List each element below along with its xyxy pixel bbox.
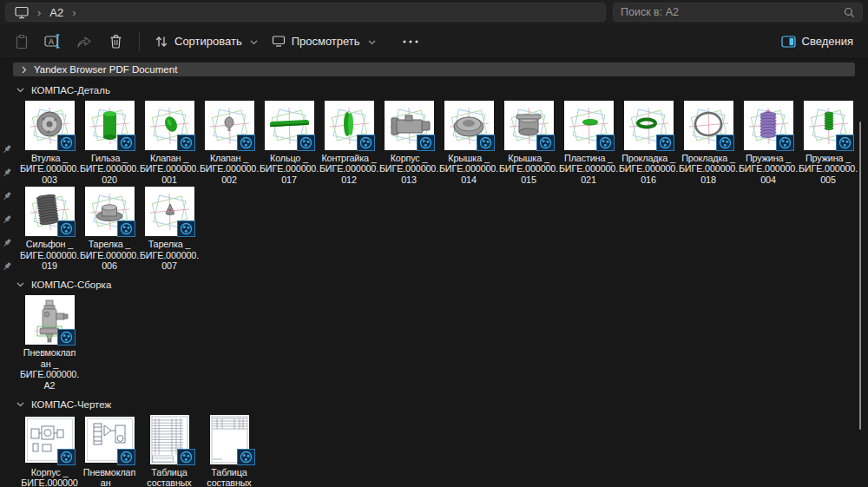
main-area: Yandex Browser PDF DocumentКОМПАС-Деталь…	[0, 59, 868, 487]
file-item-label: Гильза _ БИГЕ.000000. 020	[79, 153, 140, 185]
file-item[interactable]: Таблица составных частей 2	[204, 415, 254, 487]
file-thumbnail	[25, 295, 75, 345]
chevron-down-icon	[250, 35, 258, 48]
group-header-kompas-detal[interactable]: КОМПАС-Деталь	[16, 84, 859, 96]
kompas-app-badge-icon	[57, 449, 76, 465]
search-input[interactable]	[621, 6, 844, 18]
view-button[interactable]: Просмотреть	[266, 29, 382, 55]
file-item-label: Клапан _ БИГЕ.000000. 002	[199, 153, 260, 185]
file-thumbnail	[25, 187, 75, 236]
pinned-item-icon[interactable]	[2, 166, 12, 176]
group-label: КОМПАС-Чертеж	[31, 399, 111, 410]
file-thumbnail	[85, 101, 135, 150]
kompas-app-badge-icon	[237, 135, 255, 151]
file-item[interactable]: Втулка _ БИГЕ.000000. 003	[24, 101, 75, 185]
file-item[interactable]: Тарелка _ БИГЕ.000000. 006	[84, 187, 135, 271]
kompas-app-badge-icon	[177, 220, 195, 237]
chevron-down-icon	[16, 88, 24, 93]
file-item-label: Пластина _ БИГЕ.000000. 021	[558, 153, 619, 185]
file-thumbnail	[504, 101, 554, 150]
file-item[interactable]: Пневмоклап ан _ БИГЕ.000000	[84, 415, 135, 487]
details-pane-icon	[781, 36, 796, 48]
more-options-button[interactable]	[396, 29, 425, 55]
file-item[interactable]: Тарелка _ БИГЕ.000000. 007	[144, 187, 194, 271]
file-item[interactable]: Контргайка _ БИГЕ.000000. 012	[324, 101, 374, 185]
file-item[interactable]: Крышка _ БИГЕ.000000. 014	[444, 101, 494, 185]
kompas-app-badge-icon	[237, 449, 255, 465]
address-bar[interactable]: › A2 ›	[5, 3, 606, 22]
file-item-label: Тарелка _ БИГЕ.000000. 006	[79, 239, 140, 271]
group-header-kompas-sborka[interactable]: КОМПАС-Сборка	[16, 279, 859, 291]
file-item[interactable]: Пружина _ БИГЕ.000000. 004	[743, 101, 793, 185]
breadcrumb-chevron-icon[interactable]: ›	[72, 6, 76, 19]
file-item-label: Таблица составных частей 1	[139, 467, 200, 487]
file-item[interactable]: Корпус _ БИГЕ.000000. 013	[384, 101, 434, 185]
pinned-item-icon[interactable]	[2, 213, 12, 223]
file-item[interactable]: Пневмоклап ан _ БИГЕ.000000. А2	[24, 295, 75, 391]
file-item-label: Прокладка _ БИГЕ.000000. 018	[678, 153, 739, 185]
pinned-item-icon[interactable]	[2, 260, 12, 270]
file-item[interactable]: Крышка _ БИГЕ.000000. 015	[503, 101, 554, 185]
paste-button[interactable]	[7, 29, 36, 55]
file-item[interactable]: Корпус _ БИГЕ.000000	[24, 415, 75, 487]
file-item[interactable]: Пластина _ БИГЕ.000000. 021	[563, 101, 614, 185]
file-item-label: Крышка _ БИГЕ.000000. 014	[438, 153, 499, 185]
kompas-app-badge-icon	[177, 135, 195, 151]
file-item-label: Кольцо _ БИГЕ.000000. 017	[259, 153, 319, 185]
file-item-label: Клапан _ БИГЕ.000000. 001	[139, 153, 200, 185]
search-box	[613, 3, 863, 22]
view-button-label: Просмотреть	[292, 35, 360, 48]
pinned-item-icon[interactable]	[2, 189, 12, 200]
pinned-item-icon[interactable]	[2, 142, 12, 153]
search-icon[interactable]	[844, 7, 855, 18]
kompas-app-badge-icon	[57, 135, 76, 151]
computer-icon[interactable]	[15, 6, 29, 19]
share-icon	[76, 35, 92, 49]
file-item-label: Втулка _ БИГЕ.000000. 003	[19, 153, 80, 185]
file-item[interactable]: Пружина _ БИГЕ.000000. 005	[803, 101, 853, 185]
group-header-yandex-pdf[interactable]: Yandex Browser PDF Document	[13, 63, 855, 76]
file-item-label: Прокладка _ БИГЕ.000000. 016	[618, 153, 679, 185]
file-explorer-window: › A2 › A	[0, 0, 868, 487]
file-item-label: Пружина _ БИГЕ.000000. 005	[798, 153, 858, 185]
kompas-app-badge-icon	[117, 220, 135, 237]
paste-icon	[15, 34, 29, 49]
file-thumbnail	[564, 101, 614, 150]
titlebar: › A2 ›	[0, 0, 868, 24]
file-thumbnail	[145, 187, 194, 236]
file-thumbnail	[205, 101, 254, 150]
details-pane-button[interactable]: Сведения	[775, 29, 859, 55]
nav-rail	[0, 59, 13, 487]
file-item[interactable]: Клапан _ БИГЕ.000000. 001	[144, 101, 194, 185]
kompas-app-badge-icon	[57, 329, 76, 346]
file-item[interactable]: Прокладка _ БИГЕ.000000. 016	[623, 101, 674, 185]
kompas-app-badge-icon	[117, 135, 135, 151]
details-pane-label: Сведения	[802, 35, 853, 48]
sort-icon	[155, 35, 168, 49]
breadcrumb-chevron-icon[interactable]: ›	[37, 6, 41, 19]
file-thumbnail	[25, 101, 75, 150]
delete-button[interactable]	[101, 29, 130, 55]
toolbar-divider	[139, 32, 140, 51]
file-thumbnail	[624, 101, 674, 150]
breadcrumb-folder[interactable]: A2	[49, 6, 63, 19]
rename-button[interactable]: A	[38, 29, 68, 55]
file-item[interactable]: Таблица составных частей 1	[144, 415, 194, 487]
scrollbar[interactable]	[859, 122, 861, 430]
file-item-label: Корпус _ БИГЕ.000000	[19, 467, 80, 487]
rename-icon: A	[44, 34, 62, 49]
file-item[interactable]: Кольцо _ БИГЕ.000000. 017	[264, 101, 314, 185]
file-item[interactable]: Гильза _ БИГЕ.000000. 020	[84, 101, 135, 185]
sort-button[interactable]: Сортировать	[148, 29, 264, 55]
file-item-label: Сильфон _ БИГЕ.000000. 019	[19, 239, 80, 271]
file-grid-kompas-detal: Втулка _ БИГЕ.000000. 003Гильза _ БИГЕ.0…	[13, 96, 859, 271]
file-item[interactable]: Клапан _ БИГЕ.000000. 002	[204, 101, 254, 185]
share-button[interactable]	[69, 29, 99, 55]
group-header-kompas-chertezh[interactable]: КОМПАС-Чертеж	[16, 398, 859, 411]
kompas-app-badge-icon	[776, 135, 794, 151]
command-toolbar: A Сортировать Просмот	[0, 24, 868, 59]
file-item[interactable]: Прокладка _ БИГЕ.000000. 018	[683, 101, 733, 185]
file-item[interactable]: Сильфон _ БИГЕ.000000. 019	[24, 187, 75, 271]
pinned-item-icon[interactable]	[2, 236, 12, 247]
chevron-down-icon	[16, 402, 24, 407]
